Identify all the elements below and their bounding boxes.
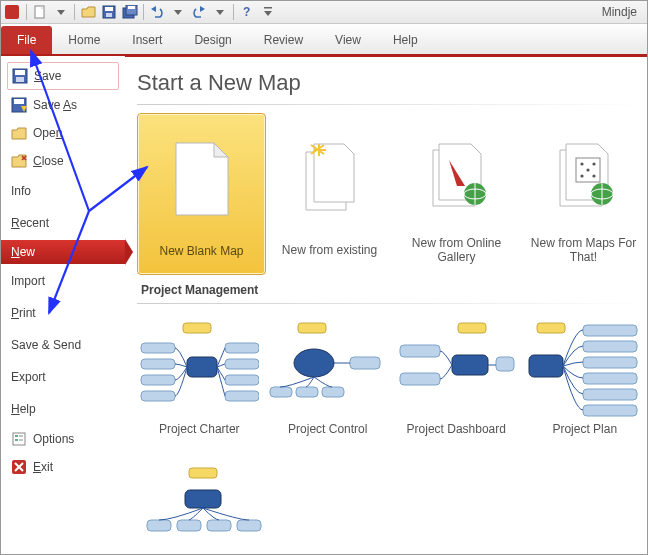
tab-insert[interactable]: Insert — [116, 26, 178, 54]
svg-rect-75 — [537, 323, 565, 333]
project-templates-row: Project Charter — [137, 312, 647, 436]
sidebar-item-print[interactable]: Print — [7, 298, 119, 328]
new-doc-icon[interactable] — [30, 3, 50, 21]
template-label: Project Charter — [137, 422, 262, 436]
svg-rect-54 — [183, 323, 211, 333]
tab-home[interactable]: Home — [52, 26, 116, 54]
sidebar-item-exit[interactable]: Exit — [7, 454, 119, 480]
tile-label: New Blank Map — [138, 236, 265, 266]
svg-marker-2 — [57, 10, 65, 15]
sidebar-item-recent[interactable]: Recent — [7, 208, 119, 238]
quick-access-toolbar: ? Mindje — [1, 1, 647, 24]
tab-view[interactable]: View — [319, 26, 377, 54]
sidebar-label: Options — [33, 432, 74, 446]
svg-rect-4 — [105, 7, 113, 11]
mindmap-thumb-icon — [268, 317, 388, 417]
svg-rect-77 — [583, 325, 637, 336]
svg-marker-11 — [200, 6, 205, 12]
project-templates-row-2 — [137, 446, 647, 554]
save-all-icon[interactable] — [120, 3, 140, 21]
dropdown-icon[interactable] — [51, 3, 71, 21]
sidebar-label: New — [11, 245, 35, 259]
svg-rect-87 — [207, 520, 231, 531]
svg-rect-62 — [225, 375, 259, 385]
mindmap-thumb-icon — [139, 317, 259, 417]
qat-customize-icon[interactable] — [258, 3, 278, 21]
svg-rect-85 — [147, 520, 171, 531]
svg-point-50 — [592, 174, 595, 177]
template-project-plan[interactable]: Project Plan — [523, 312, 648, 436]
svg-rect-67 — [296, 387, 318, 397]
sidebar-label: Import — [11, 274, 45, 288]
tab-file[interactable]: File — [1, 26, 52, 54]
divider — [137, 303, 647, 304]
sidebar-item-export[interactable]: Export — [7, 362, 119, 392]
mindmap-thumb-icon — [525, 317, 645, 417]
folder-open-icon — [11, 125, 27, 141]
sidebar-item-options[interactable]: Options — [7, 426, 119, 452]
undo-icon[interactable] — [147, 3, 167, 21]
tab-design[interactable]: Design — [178, 26, 247, 54]
svg-rect-80 — [583, 373, 637, 384]
mindmap-thumb-icon — [396, 317, 516, 417]
sidebar-item-save-as[interactable]: Save As — [7, 92, 119, 118]
sidebar-item-save-send[interactable]: Save & Send — [7, 330, 119, 360]
svg-point-47 — [580, 162, 583, 165]
tile-label: New from Online Gallery — [393, 235, 520, 265]
svg-rect-86 — [177, 520, 201, 531]
svg-marker-15 — [264, 11, 272, 16]
svg-rect-58 — [141, 375, 175, 385]
tile-new-blank-map[interactable]: New Blank Map — [137, 113, 266, 275]
app-icon — [5, 5, 19, 19]
sidebar-item-save[interactable]: Save — [7, 62, 119, 90]
save-icon[interactable] — [99, 3, 119, 21]
tab-review[interactable]: Review — [248, 26, 319, 54]
undo-dropdown-icon[interactable] — [168, 3, 188, 21]
tab-help[interactable]: Help — [377, 26, 434, 54]
save-disk-icon — [12, 68, 28, 84]
sidebar-item-open[interactable]: Open — [7, 120, 119, 146]
sidebar-label: Close — [33, 154, 64, 168]
backstage-sidebar: Save Save As Open Close Info Recent New … — [1, 56, 125, 554]
svg-rect-8 — [128, 6, 135, 9]
svg-rect-73 — [400, 373, 440, 385]
blank-page-icon — [170, 137, 234, 217]
sidebar-item-new[interactable]: New — [1, 240, 125, 264]
redo-dropdown-icon[interactable] — [210, 3, 230, 21]
svg-marker-10 — [174, 10, 182, 15]
sidebar-label: Save As — [33, 98, 77, 112]
sidebar-item-info[interactable]: Info — [7, 176, 119, 206]
svg-rect-64 — [298, 323, 326, 333]
template-project-dashboard[interactable]: Project Dashboard — [394, 312, 519, 436]
backstage-content: Start a New Map New Blank Map — [125, 56, 647, 554]
section-header: Project Management — [141, 283, 647, 297]
svg-rect-88 — [237, 520, 261, 531]
svg-rect-60 — [225, 343, 259, 353]
open-folder-icon[interactable] — [78, 3, 98, 21]
svg-rect-56 — [141, 343, 175, 353]
template-project-charter[interactable]: Project Charter — [137, 312, 262, 436]
svg-rect-61 — [225, 359, 259, 369]
tile-new-from-existing[interactable]: New from existing — [266, 113, 393, 275]
svg-rect-76 — [529, 355, 563, 377]
tile-new-online-gallery[interactable]: New from Online Gallery — [393, 113, 520, 275]
sidebar-item-help[interactable]: Help — [7, 394, 119, 424]
window-title: Mindje — [602, 5, 643, 19]
svg-rect-70 — [458, 323, 486, 333]
svg-text:?: ? — [243, 5, 250, 19]
maps-for-that-icon — [548, 136, 620, 216]
svg-rect-78 — [583, 341, 637, 352]
redo-icon[interactable] — [189, 3, 209, 21]
svg-rect-18 — [16, 77, 24, 82]
svg-marker-33 — [214, 143, 228, 157]
sidebar-item-close[interactable]: Close — [7, 148, 119, 174]
sidebar-label: Open — [33, 126, 62, 140]
help-icon[interactable]: ? — [237, 3, 257, 21]
template-project-timeline[interactable] — [137, 446, 269, 554]
svg-rect-74 — [496, 357, 514, 371]
tile-maps-for-that[interactable]: New from Maps For That! — [520, 113, 647, 275]
tile-label: New from existing — [266, 235, 393, 265]
template-project-control[interactable]: Project Control — [266, 312, 391, 436]
sidebar-item-import[interactable]: Import — [7, 266, 119, 296]
svg-point-65 — [294, 349, 334, 377]
